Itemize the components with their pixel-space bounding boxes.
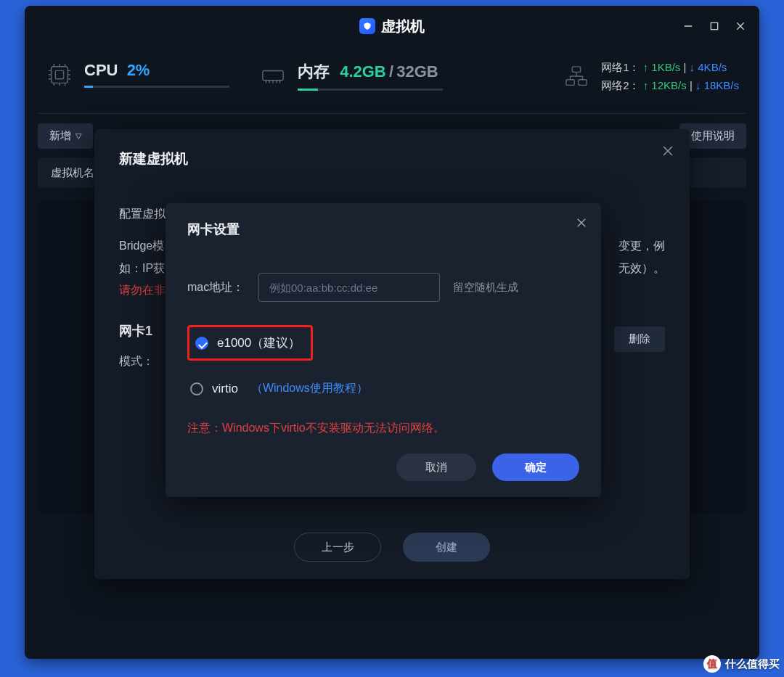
- mac-row: mac地址： 留空随机生成: [187, 273, 579, 302]
- svg-rect-18: [263, 70, 283, 80]
- memory-stat: 内存 4.2GB / 32GB: [258, 61, 443, 91]
- watermark-text: 什么值得买: [725, 657, 780, 671]
- modal-new-vm-title: 新建虚拟机: [119, 149, 665, 168]
- titlebar: 虚拟机: [25, 6, 759, 46]
- net2-down: 18KB/s: [704, 79, 739, 91]
- watermark: 值 什么值得买: [703, 655, 780, 673]
- memory-label: 内存: [298, 62, 330, 81]
- modal-nic-title: 网卡设置: [187, 221, 579, 238]
- net1-down: 4KB/s: [698, 61, 727, 73]
- ram-icon: [258, 63, 287, 89]
- desc-line1b: 变更，例: [618, 235, 665, 257]
- mac-hint: 留空随机生成: [453, 281, 518, 295]
- delete-nic-button[interactable]: 删除: [614, 327, 665, 352]
- mac-input[interactable]: [258, 273, 440, 302]
- net-icon: [562, 64, 591, 90]
- create-button[interactable]: 创建: [403, 533, 490, 562]
- cpu-percent: 2%: [127, 61, 150, 79]
- cpu-stat: CPU 2%: [45, 61, 229, 88]
- memory-total: 32GB: [396, 62, 438, 81]
- svg-rect-4: [52, 66, 68, 83]
- e1000-highlight: e1000（建议）: [187, 325, 313, 361]
- cancel-button[interactable]: 取消: [396, 454, 476, 481]
- net2-up: 12KB/s: [651, 79, 686, 91]
- memory-used: 4.2GB: [340, 62, 386, 81]
- ok-button[interactable]: 确定: [492, 454, 579, 481]
- radio-e1000[interactable]: [195, 337, 208, 350]
- radio-virtio-label: virtio: [212, 382, 238, 396]
- desc-line1a: Bridge模: [119, 235, 164, 257]
- net2-label: 网络2：: [601, 79, 640, 91]
- net2-line: 网络2： ↑ 12KB/s | ↓ 18KB/s: [601, 79, 739, 93]
- svg-rect-5: [55, 70, 63, 78]
- cpu-bar: [84, 86, 229, 88]
- virtio-note: 注意：Windows下virtio不安装驱动无法访问网络。: [187, 421, 579, 436]
- add-button[interactable]: 新增 ▽: [38, 123, 93, 149]
- net1-label: 网络1：: [601, 61, 640, 73]
- net1-line: 网络1： ↑ 1KB/s | ↓ 4KB/s: [601, 61, 739, 75]
- chevron-down-icon: ▽: [75, 131, 81, 141]
- virtio-tutorial-link[interactable]: （Windows使用教程）: [251, 381, 368, 396]
- modal-nic-settings: 网卡设置 mac地址： 留空随机生成 e1000（建议） virtio （Win…: [166, 203, 601, 497]
- watermark-badge: 值: [703, 655, 721, 673]
- svg-rect-25: [566, 80, 574, 86]
- cpu-label: CPU: [84, 61, 118, 79]
- svg-rect-1: [711, 22, 717, 29]
- app-logo-icon: [359, 18, 375, 34]
- memory-bar: [298, 89, 443, 91]
- close-icon[interactable]: [735, 20, 746, 32]
- stats-strip: CPU 2% 内存 4.2GB / 32GB: [25, 46, 759, 113]
- modal-nic-close-icon[interactable]: [575, 216, 588, 231]
- app-title: 虚拟机: [381, 17, 425, 36]
- mac-label: mac地址：: [187, 280, 245, 295]
- memory-sep: /: [389, 62, 393, 81]
- cpu-icon: [45, 62, 74, 88]
- radio-e1000-label: e1000（建议）: [217, 335, 301, 351]
- svg-rect-26: [579, 80, 587, 86]
- network-stat: 网络1： ↑ 1KB/s | ↓ 4KB/s 网络2： ↑ 12KB/s | ↓…: [562, 61, 739, 93]
- maximize-icon[interactable]: [709, 20, 720, 32]
- net1-up: 1KB/s: [651, 61, 680, 73]
- virtio-row: virtio （Windows使用教程）: [187, 381, 579, 396]
- desc-line2b: 无效）。: [618, 258, 665, 279]
- prev-step-button[interactable]: 上一步: [294, 533, 381, 562]
- modal-new-vm-close-icon[interactable]: [661, 144, 675, 160]
- svg-rect-24: [572, 67, 580, 73]
- desc-line2a: 如：IP获: [119, 258, 165, 279]
- minimize-icon[interactable]: [682, 20, 694, 32]
- radio-virtio[interactable]: [190, 382, 203, 395]
- add-button-label: 新增: [49, 129, 71, 143]
- window-controls: [682, 6, 746, 46]
